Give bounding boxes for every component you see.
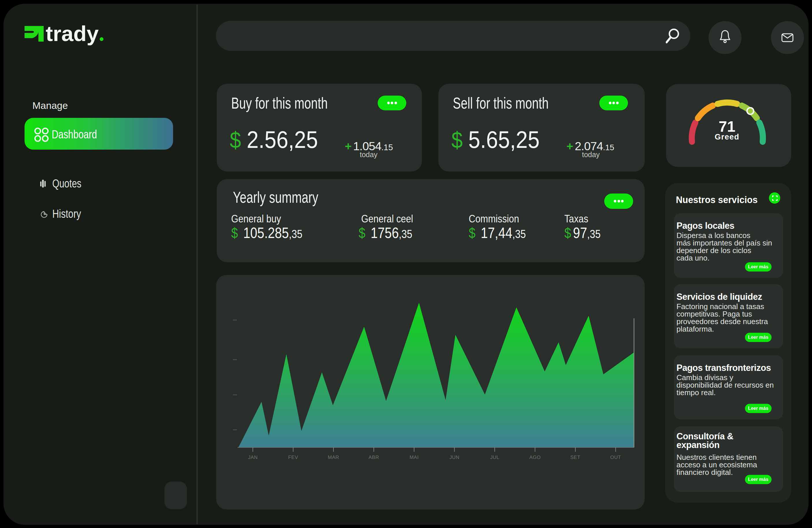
svg-text:FEV: FEV <box>288 455 298 460</box>
svg-text:JUN: JUN <box>449 455 460 460</box>
svg-text:SET: SET <box>570 455 581 460</box>
svg-text:JAN: JAN <box>248 455 258 460</box>
svg-text:MAI: MAI <box>409 455 419 460</box>
svg-text:ABR: ABR <box>368 455 379 460</box>
svg-text:JUL: JUL <box>490 455 499 460</box>
svg-text:OUT: OUT <box>610 455 621 460</box>
svg-text:AGO: AGO <box>530 455 541 460</box>
svg-text:MAR: MAR <box>328 455 339 460</box>
svg-text:Greed: Greed <box>715 133 739 141</box>
